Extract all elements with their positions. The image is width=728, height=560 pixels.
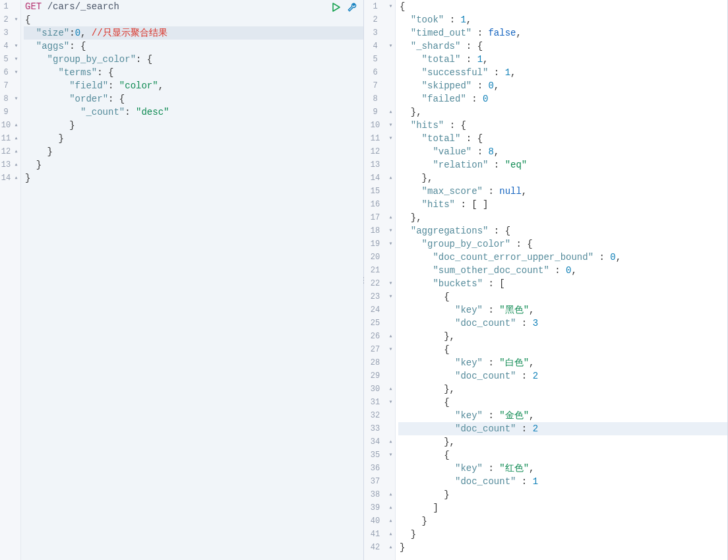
token-punc: ] [400, 503, 439, 513]
fold-open-icon[interactable]: ▾ [386, 237, 395, 251]
code-line[interactable]: "doc_count_error_upper_bound" : 0, [398, 251, 727, 264]
code-line[interactable]: } [398, 541, 727, 554]
code-line[interactable]: } [24, 158, 363, 171]
code-line[interactable]: { [398, 396, 727, 409]
fold-close-icon[interactable]: ▴ [386, 330, 395, 343]
code-line[interactable]: "key" : "金色", [398, 409, 727, 422]
code-line[interactable]: "doc_count" : 2 [398, 422, 727, 435]
fold-close-icon[interactable]: ▴ [386, 211, 395, 224]
token-method: GET [25, 1, 42, 12]
code-line[interactable]: "doc_count" : 2 [398, 369, 727, 383]
code-line[interactable]: "aggregations" : { [398, 224, 727, 237]
code-line[interactable]: "buckets" : [ [398, 277, 727, 290]
response-viewer[interactable]: { "took" : 1, "timed_out" : false, "_sha… [396, 0, 727, 560]
code-line[interactable]: "successful" : 1, [398, 66, 727, 79]
code-line[interactable]: "failed" : 0 [398, 92, 727, 106]
fold-open-icon[interactable]: ▾ [12, 92, 20, 106]
code-line[interactable]: } [24, 119, 363, 132]
code-line[interactable]: "order": { [24, 92, 363, 106]
code-line[interactable]: "relation" : "eq" [398, 158, 727, 171]
code-line[interactable]: { [398, 343, 727, 356]
fold-close-icon[interactable]: ▴ [386, 383, 395, 396]
code-line[interactable]: }, [398, 435, 727, 449]
line-number: 1 [0, 0, 12, 13]
fold-open-icon[interactable]: ▾ [386, 290, 395, 303]
token-punc: : [516, 318, 532, 328]
fold-none [386, 303, 395, 317]
fold-close-icon[interactable]: ▴ [12, 171, 20, 185]
fold-open-icon[interactable]: ▾ [12, 13, 20, 26]
code-line[interactable]: "_count": "desc" [24, 106, 363, 119]
code-line[interactable]: "hits" : { [398, 119, 727, 132]
fold-close-icon[interactable]: ▴ [386, 106, 395, 119]
fold-open-icon[interactable]: ▾ [12, 53, 20, 66]
run-query-button[interactable] [330, 1, 342, 13]
fold-open-icon[interactable]: ▾ [386, 449, 395, 462]
code-line[interactable]: } [24, 132, 363, 145]
code-line[interactable]: } [398, 528, 727, 541]
code-line[interactable]: "_shards" : { [398, 40, 727, 53]
fold-close-icon[interactable]: ▴ [12, 158, 20, 171]
code-line[interactable]: { [398, 0, 727, 13]
code-line[interactable]: "group_by_color" : { [398, 237, 727, 251]
fold-close-icon[interactable]: ▴ [386, 541, 395, 554]
code-line[interactable]: "size":0, //只显示聚合结果 [24, 26, 363, 40]
code-line[interactable]: }, [398, 383, 727, 396]
code-line[interactable]: GET /cars/_search [24, 0, 363, 13]
code-line[interactable]: "max_score" : null, [398, 185, 727, 198]
fold-close-icon[interactable]: ▴ [386, 435, 395, 449]
fold-close-icon[interactable]: ▴ [12, 119, 20, 132]
code-line[interactable]: "key" : "白色", [398, 356, 727, 369]
code-line[interactable]: "terms": { [24, 66, 363, 79]
code-line[interactable]: "timed_out" : false, [398, 26, 727, 40]
code-line[interactable]: }, [398, 211, 727, 224]
wrench-button[interactable] [346, 1, 358, 13]
fold-open-icon[interactable]: ▾ [386, 396, 395, 409]
fold-close-icon[interactable]: ▴ [386, 514, 395, 528]
token-punc [25, 94, 69, 104]
code-line[interactable]: "field": "color", [24, 79, 363, 92]
request-editor[interactable]: GET /cars/_search{ "size":0, //只显示聚合结果 "… [21, 0, 363, 560]
code-line[interactable]: "value" : 8, [398, 145, 727, 158]
code-line[interactable]: "total" : { [398, 132, 727, 145]
fold-close-icon[interactable]: ▴ [386, 528, 395, 541]
fold-close-icon[interactable]: ▴ [386, 488, 395, 501]
code-line[interactable]: "doc_count" : 3 [398, 317, 727, 330]
fold-open-icon[interactable]: ▾ [386, 277, 395, 290]
code-line[interactable]: } [24, 171, 363, 185]
code-line[interactable]: "skipped" : 0, [398, 79, 727, 92]
fold-open-icon[interactable]: ▾ [386, 40, 395, 53]
code-line[interactable]: "aggs": { [24, 40, 363, 53]
token-num: 1 [533, 476, 538, 487]
code-line[interactable]: } [398, 514, 727, 528]
fold-close-icon[interactable]: ▴ [12, 145, 20, 158]
code-line[interactable]: "took" : 1, [398, 13, 727, 26]
code-line[interactable]: "key" : "黑色", [398, 303, 727, 317]
code-line[interactable]: { [398, 290, 727, 303]
code-line[interactable]: }, [398, 106, 727, 119]
fold-open-icon[interactable]: ▾ [12, 66, 20, 79]
fold-close-icon[interactable]: ▴ [386, 501, 395, 514]
code-line[interactable]: } [24, 145, 363, 158]
code-line[interactable]: { [398, 449, 727, 462]
fold-open-icon[interactable]: ▾ [386, 224, 395, 237]
code-line[interactable]: "key" : "红色", [398, 462, 727, 475]
code-line[interactable]: } [398, 488, 727, 501]
code-line[interactable]: ] [398, 501, 727, 514]
code-line[interactable]: { [24, 13, 363, 26]
code-line[interactable]: }, [398, 330, 727, 343]
fold-open-icon[interactable]: ▾ [386, 343, 395, 356]
code-line[interactable]: "total" : 1, [398, 53, 727, 66]
fold-open-icon[interactable]: ▾ [386, 0, 395, 13]
fold-open-icon[interactable]: ▾ [386, 132, 395, 145]
code-line[interactable]: "doc_count" : 1 [398, 475, 727, 488]
fold-close-icon[interactable]: ▴ [12, 132, 20, 145]
code-line[interactable]: "hits" : [ ] [398, 198, 727, 211]
code-line[interactable]: "group_by_color": { [24, 53, 363, 66]
fold-open-icon[interactable]: ▾ [386, 119, 395, 132]
token-punc: : [460, 54, 477, 65]
code-line[interactable]: "sum_other_doc_count" : 0, [398, 264, 727, 277]
fold-open-icon[interactable]: ▾ [12, 40, 20, 53]
code-line[interactable]: }, [398, 171, 727, 185]
fold-close-icon[interactable]: ▴ [386, 171, 395, 185]
